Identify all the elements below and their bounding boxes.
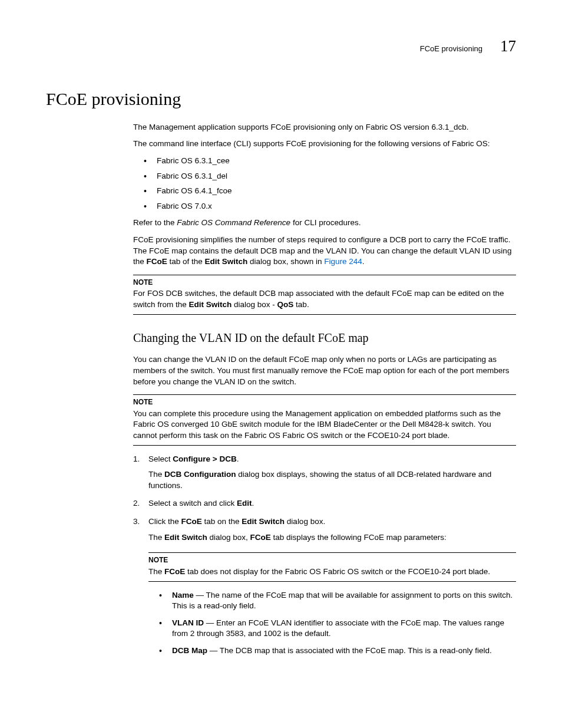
note-label: NOTE	[133, 397, 516, 407]
text: Refer to the	[133, 218, 177, 227]
text: — The name of the FCoE map that will be …	[172, 591, 513, 611]
text: .	[237, 454, 239, 463]
text: tab on the	[202, 517, 242, 526]
list-item: Fabric OS 6.4.1_fcoe	[144, 186, 516, 197]
text: The	[148, 470, 164, 479]
figure-link[interactable]: Figure 244	[324, 257, 362, 266]
text: — The DCB map that is associated with th…	[207, 646, 492, 655]
text: The	[148, 567, 164, 576]
list-item: Name — The name of the FCoE map that wil…	[159, 590, 516, 612]
bold: QoS	[277, 300, 294, 309]
text: Click the	[148, 517, 181, 526]
intro-p2: The command line interface (CLI) support…	[133, 139, 516, 150]
text: .	[362, 257, 365, 266]
text: dialog box -	[232, 300, 277, 309]
note-block: NOTE You can complete this procedure usi…	[133, 394, 516, 445]
step-sub: The DCB Configuration dialog box display…	[148, 469, 516, 491]
text: — Enter an FCoE VLAN identifier to assoc…	[172, 618, 504, 638]
bold: FCoE	[164, 567, 185, 576]
bold: Edit Switch	[164, 533, 207, 542]
bold: Edit Switch	[242, 517, 285, 526]
os-list: Fabric OS 6.3.1_cee Fabric OS 6.3.1_del …	[144, 156, 516, 212]
text: Select a switch and click	[148, 499, 237, 508]
text: dialog box, shown in	[247, 257, 324, 266]
desc-para: FCoE provisioning simplifies the number …	[133, 235, 516, 268]
page-title: FCoE provisioning	[46, 87, 516, 111]
list-item: Fabric OS 7.0.x	[144, 201, 516, 212]
bold: DCB Configuration	[164, 470, 236, 479]
text: Select	[148, 454, 173, 463]
note-label: NOTE	[148, 555, 516, 565]
text: tab of the	[167, 257, 205, 266]
steps-list: Select Configure > DCB. The DCB Configur…	[133, 454, 516, 657]
body: The Management application supports FCoE…	[133, 122, 516, 657]
step-item: Click the FCoE tab on the Edit Switch di…	[133, 516, 516, 657]
list-item: VLAN ID — Enter an FCoE VLAN identifier …	[159, 618, 516, 640]
bold: DCB Map	[172, 646, 207, 655]
bold: FCoE	[250, 533, 271, 542]
header-section: FCoE provisioning	[420, 44, 482, 54]
header-chapter: 17	[500, 35, 516, 57]
bold: Name	[172, 591, 194, 599]
bold: Configure > DCB	[173, 454, 236, 463]
section-heading: Changing the VLAN ID on the default FCoE…	[133, 330, 516, 347]
section-intro: You can change the VLAN ID on the defaul…	[133, 354, 516, 387]
bold: VLAN ID	[172, 618, 204, 627]
list-item: Fabric OS 6.3.1_cee	[144, 156, 516, 167]
text: The	[148, 533, 164, 542]
intro-p1: The Management application supports FCoE…	[133, 122, 516, 133]
text: for CLI procedures.	[290, 218, 361, 227]
step-item: Select Configure > DCB. The DCB Configur…	[133, 454, 516, 492]
note-text: The FCoE tab does not display for the Fa…	[148, 566, 516, 578]
text: dialog box,	[207, 533, 250, 542]
note-block: NOTE The FCoE tab does not display for t…	[148, 552, 516, 581]
step-item: Select a switch and click Edit.	[133, 498, 516, 509]
note-block: NOTE For FOS DCB switches, the default D…	[133, 275, 516, 315]
text: tab does not display for the Fabric OS F…	[185, 567, 490, 576]
bold: FCoE	[147, 257, 167, 266]
bold: Edit Switch	[189, 300, 232, 309]
text: tab displays the following FCoE map para…	[271, 533, 447, 542]
bold: FCoE	[181, 517, 202, 526]
note-text: For FOS DCB switches, the default DCB ma…	[133, 288, 516, 310]
text: tab.	[293, 300, 309, 309]
ref-title: Fabric OS Command Reference	[177, 218, 290, 227]
list-item: DCB Map — The DCB map that is associated…	[159, 645, 516, 657]
step-sub: The Edit Switch dialog box, FCoE tab dis…	[148, 532, 516, 543]
ref-para: Refer to the Fabric OS Command Reference…	[133, 218, 516, 229]
bold: Edit	[237, 499, 252, 508]
note-label: NOTE	[133, 278, 516, 288]
bold: Edit Switch	[205, 257, 248, 266]
param-list: Name — The name of the FCoE map that wil…	[159, 590, 516, 657]
text: dialog box.	[285, 517, 325, 526]
note-text: You can complete this procedure using th…	[133, 409, 516, 442]
text: .	[252, 499, 254, 508]
list-item: Fabric OS 6.3.1_del	[144, 171, 516, 182]
page-header: FCoE provisioning 17	[46, 35, 516, 57]
